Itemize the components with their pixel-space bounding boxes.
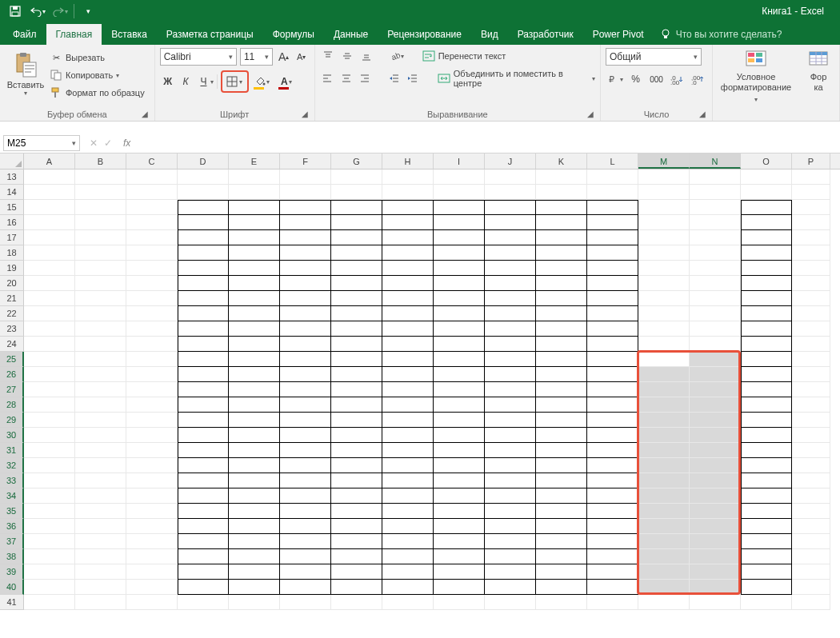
cell[interactable] <box>75 534 126 549</box>
cell[interactable] <box>434 291 485 306</box>
row-header-14[interactable]: 14 <box>0 185 24 200</box>
cell[interactable] <box>690 306 741 321</box>
cell[interactable] <box>434 443 485 458</box>
cell[interactable] <box>382 306 434 321</box>
cell[interactable] <box>485 200 536 215</box>
cell[interactable] <box>741 200 792 215</box>
cell[interactable] <box>741 337 792 352</box>
cell[interactable] <box>485 534 536 549</box>
cell[interactable] <box>229 367 280 382</box>
cell[interactable] <box>690 215 741 230</box>
column-header-H[interactable]: H <box>382 154 434 169</box>
cell[interactable] <box>587 291 638 306</box>
cell[interactable] <box>536 428 587 443</box>
row-header-22[interactable]: 22 <box>0 306 24 321</box>
cell[interactable] <box>229 382 280 397</box>
cell[interactable] <box>75 321 126 337</box>
cell[interactable] <box>485 215 536 230</box>
cell[interactable] <box>178 488 229 504</box>
align-top-icon[interactable] <box>320 48 336 64</box>
cell[interactable] <box>75 367 126 382</box>
cell[interactable] <box>331 580 382 595</box>
cell[interactable] <box>280 564 331 580</box>
cell[interactable] <box>434 367 485 382</box>
cell[interactable] <box>485 185 536 200</box>
cell[interactable] <box>690 488 741 504</box>
cell[interactable] <box>24 321 75 337</box>
cell[interactable] <box>331 261 382 276</box>
cell[interactable] <box>485 413 536 428</box>
cell[interactable] <box>126 595 178 610</box>
cell[interactable] <box>587 564 638 580</box>
cell[interactable] <box>536 397 587 413</box>
cell[interactable] <box>536 534 587 549</box>
cell[interactable] <box>536 245 587 261</box>
dialog-launcher-alignment[interactable]: ◢ <box>587 110 597 119</box>
column-header-M[interactable]: M <box>638 154 690 169</box>
cell[interactable] <box>638 352 690 367</box>
cell[interactable] <box>536 185 587 200</box>
cell[interactable] <box>536 291 587 306</box>
cell[interactable] <box>741 580 792 595</box>
tab-developer[interactable]: Разработчик <box>508 24 583 45</box>
cell[interactable] <box>229 306 280 321</box>
cell[interactable] <box>792 504 830 519</box>
cell[interactable] <box>587 200 638 215</box>
cell[interactable] <box>229 504 280 519</box>
cell[interactable] <box>792 413 830 428</box>
cell[interactable] <box>280 321 331 337</box>
cell[interactable] <box>331 185 382 200</box>
row-header-29[interactable]: 29 <box>0 413 24 428</box>
cell[interactable] <box>126 443 178 458</box>
cell[interactable] <box>331 230 382 245</box>
cell[interactable] <box>485 261 536 276</box>
cell[interactable] <box>638 549 690 564</box>
cell[interactable] <box>587 473 638 488</box>
cell[interactable] <box>24 564 75 580</box>
cell[interactable] <box>485 382 536 397</box>
cell[interactable] <box>536 230 587 245</box>
cell[interactable] <box>587 337 638 352</box>
cell[interactable] <box>229 549 280 564</box>
select-all-button[interactable] <box>0 154 24 169</box>
cell[interactable] <box>280 367 331 382</box>
cell[interactable] <box>331 276 382 291</box>
row-header-31[interactable]: 31 <box>0 443 24 458</box>
cell[interactable] <box>229 276 280 291</box>
cell[interactable] <box>24 215 75 230</box>
cell[interactable] <box>741 488 792 504</box>
cell[interactable] <box>638 443 690 458</box>
cell[interactable] <box>331 428 382 443</box>
cell[interactable] <box>24 443 75 458</box>
cell[interactable] <box>229 291 280 306</box>
cell[interactable] <box>690 367 741 382</box>
cell[interactable] <box>382 595 434 610</box>
cell[interactable] <box>741 169 792 185</box>
cell[interactable] <box>75 291 126 306</box>
cell[interactable] <box>638 215 690 230</box>
row-header-40[interactable]: 40 <box>0 580 24 595</box>
cell[interactable] <box>434 169 485 185</box>
wrap-text-button[interactable]: Перенести текст <box>422 50 506 62</box>
cell[interactable] <box>434 397 485 413</box>
cell[interactable] <box>792 230 830 245</box>
cell[interactable] <box>229 473 280 488</box>
cell[interactable] <box>178 413 229 428</box>
conditional-formatting-button[interactable]: Условное форматирование ▾ <box>718 48 794 106</box>
cell[interactable] <box>536 443 587 458</box>
cell[interactable] <box>382 261 434 276</box>
cell[interactable] <box>382 488 434 504</box>
cell[interactable] <box>75 595 126 610</box>
cell[interactable] <box>280 230 331 245</box>
cell[interactable] <box>587 580 638 595</box>
cell[interactable] <box>434 352 485 367</box>
cell[interactable] <box>792 200 830 215</box>
cell[interactable] <box>331 169 382 185</box>
cell[interactable] <box>178 504 229 519</box>
cell[interactable] <box>536 504 587 519</box>
cell[interactable] <box>690 352 741 367</box>
cell[interactable] <box>485 564 536 580</box>
cell[interactable] <box>690 397 741 413</box>
cell[interactable] <box>331 504 382 519</box>
cell[interactable] <box>24 458 75 473</box>
